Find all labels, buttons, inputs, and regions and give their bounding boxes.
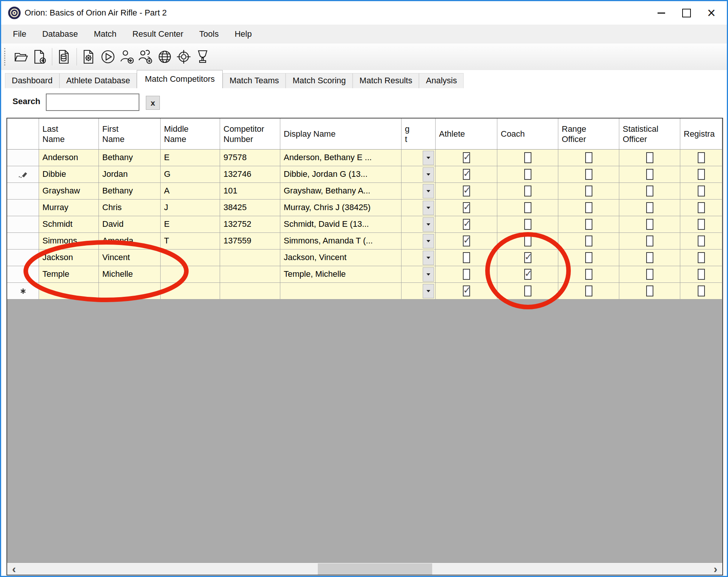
header-cell-display-name[interactable]: Display Name — [280, 119, 401, 150]
close-button[interactable]: × — [699, 1, 724, 25]
cell-display-name[interactable]: Schmidt, David E (13... — [280, 216, 401, 233]
cell-last-name[interactable] — [39, 283, 99, 299]
cell-competitor-number[interactable] — [220, 266, 280, 283]
cell-display-name[interactable]: Anderson, Bethany E ... — [280, 150, 401, 166]
registration-checkbox[interactable]: ✓ — [698, 219, 705, 230]
registration-checkbox[interactable]: ✓ — [698, 152, 705, 163]
athlete-checkbox[interactable]: ✓ — [463, 252, 470, 263]
cell-registration[interactable]: ✓ — [680, 150, 722, 166]
cell-registration[interactable]: ✓ — [680, 266, 722, 283]
cell-last-name[interactable]: Schmidt — [39, 216, 99, 233]
coach-checkbox[interactable]: ✓ — [524, 285, 531, 296]
event-dropdown-button[interactable] — [423, 284, 434, 298]
range-officer-checkbox[interactable]: ✓ — [585, 186, 592, 196]
toolbar-settings-document-button[interactable] — [80, 47, 98, 67]
header-cell-coach[interactable]: Coach — [497, 119, 558, 150]
row-header[interactable] — [7, 233, 39, 250]
cell-middle-name[interactable]: A — [161, 183, 220, 200]
range-officer-checkbox[interactable]: ✓ — [585, 269, 592, 280]
cell-competitor-number[interactable] — [220, 250, 280, 266]
cell-coach[interactable]: ✓ — [497, 200, 558, 216]
event-dropdown-button[interactable] — [423, 151, 434, 165]
cell-coach[interactable]: ✓ — [497, 250, 558, 266]
cell-last-name[interactable]: Simmons — [39, 233, 99, 250]
range-officer-checkbox[interactable]: ✓ — [585, 169, 592, 180]
cell-last-name[interactable]: Murray — [39, 200, 99, 216]
statistical-officer-checkbox[interactable]: ✓ — [646, 202, 653, 213]
cell-statistical-officer[interactable]: ✓ — [619, 183, 680, 200]
cell-athlete[interactable]: ✓ — [436, 166, 497, 183]
cell-competitor-number[interactable]: 38425 — [220, 200, 280, 216]
cell-event[interactable] — [401, 250, 436, 266]
row-header[interactable] — [7, 183, 39, 200]
coach-checkbox[interactable]: ✓ — [524, 202, 531, 213]
cell-first-name[interactable]: Michelle — [99, 266, 161, 283]
cell-middle-name[interactable] — [161, 250, 220, 266]
event-dropdown-button[interactable] — [423, 167, 434, 182]
registration-checkbox[interactable]: ✓ — [698, 285, 705, 296]
cell-statistical-officer[interactable]: ✓ — [619, 283, 680, 299]
cell-display-name[interactable]: Grayshaw, Bethany A... — [280, 183, 401, 200]
header-cell-athlete[interactable]: Athlete — [436, 119, 497, 150]
statistical-officer-checkbox[interactable]: ✓ — [646, 219, 653, 230]
cell-middle-name[interactable]: G — [161, 166, 220, 183]
coach-checkbox[interactable]: ✓ — [524, 186, 531, 196]
athlete-checkbox[interactable]: ✓ — [463, 269, 470, 280]
row-header[interactable] — [7, 166, 39, 183]
cell-last-name[interactable]: Anderson — [39, 150, 99, 166]
registration-checkbox[interactable]: ✓ — [698, 169, 705, 180]
cell-registration[interactable]: ✓ — [680, 233, 722, 250]
cell-first-name[interactable]: Bethany — [99, 183, 161, 200]
toolbar-trophy-button[interactable] — [193, 47, 212, 67]
cell-statistical-officer[interactable]: ✓ — [619, 250, 680, 266]
cell-display-name[interactable]: Temple, Michelle — [280, 266, 401, 283]
cell-statistical-officer[interactable]: ✓ — [619, 266, 680, 283]
menu-item-database[interactable]: Database — [34, 29, 86, 39]
cell-event[interactable] — [401, 266, 436, 283]
coach-checkbox[interactable]: ✓ — [524, 235, 531, 246]
cell-event[interactable] — [401, 216, 436, 233]
cell-coach[interactable]: ✓ — [497, 266, 558, 283]
cell-display-name[interactable]: Simmons, Amanda T (... — [280, 233, 401, 250]
cell-registration[interactable]: ✓ — [680, 250, 722, 266]
cell-competitor-number[interactable]: 132746 — [220, 166, 280, 183]
statistical-officer-checkbox[interactable]: ✓ — [646, 169, 653, 180]
cell-display-name[interactable]: Murray, Chris J (38425) — [280, 200, 401, 216]
cell-event[interactable] — [401, 166, 436, 183]
registration-checkbox[interactable]: ✓ — [698, 252, 705, 263]
statistical-officer-checkbox[interactable]: ✓ — [646, 252, 653, 263]
cell-athlete[interactable]: ✓ — [436, 233, 497, 250]
cell-athlete[interactable]: ✓ — [436, 266, 497, 283]
cell-athlete[interactable]: ✓ — [436, 150, 497, 166]
cell-middle-name[interactable]: E — [161, 150, 220, 166]
menu-item-help[interactable]: Help — [227, 29, 259, 39]
range-officer-checkbox[interactable]: ✓ — [585, 202, 592, 213]
header-cell-statistical-officer[interactable]: StatisticalOfficer — [619, 119, 680, 150]
coach-checkbox[interactable]: ✓ — [524, 219, 531, 230]
scrollbar-thumb[interactable] — [318, 563, 432, 575]
row-header[interactable] — [7, 216, 39, 233]
cell-event[interactable] — [401, 283, 436, 299]
cell-athlete[interactable]: ✓ — [436, 283, 497, 299]
search-clear-button[interactable]: x — [146, 96, 160, 110]
event-dropdown-button[interactable] — [423, 251, 434, 265]
cell-event[interactable] — [401, 183, 436, 200]
cell-middle-name[interactable]: E — [161, 216, 220, 233]
toolbar-database-document-button[interactable] — [55, 47, 74, 67]
coach-checkbox[interactable]: ✓ — [524, 169, 531, 180]
cell-coach[interactable]: ✓ — [497, 233, 558, 250]
header-cell-first-name[interactable]: FirstName — [99, 119, 161, 150]
event-dropdown-button[interactable] — [423, 267, 434, 282]
header-cell-registration-clipped[interactable]: Registra — [680, 119, 722, 150]
menu-item-file[interactable]: File — [5, 29, 34, 39]
cell-athlete[interactable]: ✓ — [436, 200, 497, 216]
toolbar-globe-button[interactable] — [155, 47, 174, 67]
cell-display-name[interactable]: Jackson, Vincent — [280, 250, 401, 266]
cell-statistical-officer[interactable]: ✓ — [619, 166, 680, 183]
cell-first-name[interactable]: Amanda — [99, 233, 161, 250]
toolbar-play-button[interactable] — [98, 47, 117, 67]
cell-last-name[interactable]: Grayshaw — [39, 183, 99, 200]
header-cell-last-name[interactable]: LastName — [39, 119, 99, 150]
header-cell-row-marker[interactable] — [7, 119, 39, 150]
cell-middle-name[interactable]: T — [161, 233, 220, 250]
